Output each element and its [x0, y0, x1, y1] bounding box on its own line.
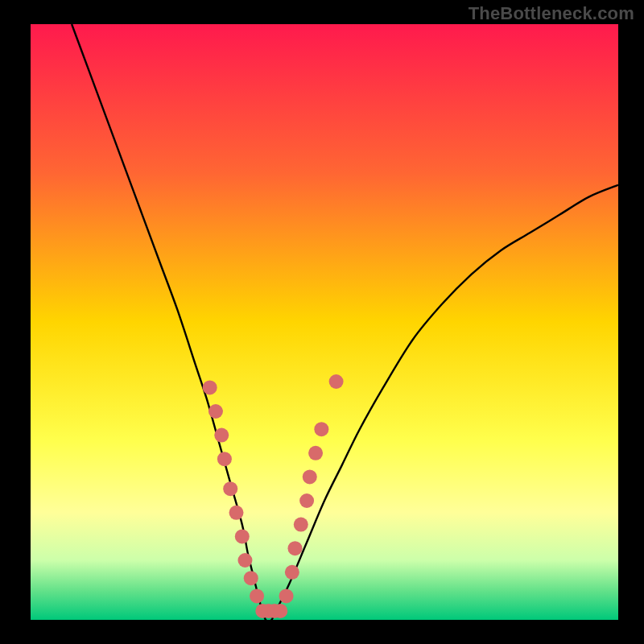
chart-frame: TheBottleneck.com [0, 0, 644, 644]
data-point [303, 469, 317, 484]
data-point [329, 374, 344, 389]
data-point [285, 565, 299, 580]
data-point [217, 452, 232, 466]
data-point [203, 380, 217, 394]
data-point [308, 446, 323, 460]
data-point [273, 604, 287, 618]
data-point [244, 571, 258, 585]
data-point [235, 529, 250, 543]
data-point [208, 404, 223, 419]
data-point [237, 553, 252, 568]
data-point [214, 428, 229, 443]
data-point [279, 588, 294, 603]
watermark-text: TheBottleneck.com [469, 3, 634, 24]
data-point [250, 588, 264, 603]
gradient-background [31, 24, 618, 620]
data-point [223, 481, 237, 496]
data-point [229, 506, 244, 520]
data-point [294, 518, 308, 532]
chart-svg [31, 24, 618, 620]
data-point [314, 422, 328, 436]
data-point [288, 541, 303, 555]
plot-area [31, 24, 618, 620]
data-point [299, 493, 314, 508]
